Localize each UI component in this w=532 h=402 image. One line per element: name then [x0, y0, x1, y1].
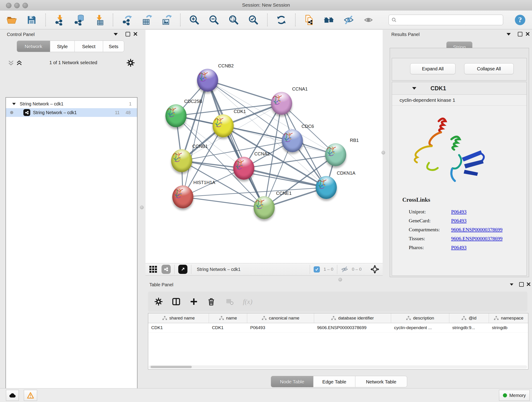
right-splitter-handle[interactable]: [381, 151, 385, 154]
birds-eye-view-button[interactable]: [178, 265, 187, 274]
collapse-all-button[interactable]: Collapse All: [464, 63, 514, 74]
hide-selected-button[interactable]: [343, 14, 355, 26]
import-table-button[interactable]: [93, 14, 105, 26]
export-network-button[interactable]: [121, 14, 133, 26]
network-node-CCNB2[interactable]: [197, 69, 218, 92]
show-columns-icon[interactable]: [172, 297, 181, 306]
refresh-view-button[interactable]: [275, 14, 287, 26]
save-session-button[interactable]: [26, 14, 38, 26]
results-panel-close-icon[interactable]: [526, 32, 530, 36]
import-network-from-database-button[interactable]: [73, 14, 85, 26]
search-input[interactable]: [399, 17, 500, 23]
network-node-HIST1H1A[interactable]: [172, 185, 193, 208]
column-header-canonical-name[interactable]: canonical name: [247, 313, 314, 323]
control-panel-menu-icon[interactable]: [114, 33, 118, 36]
table-cell[interactable]: stringdb:9...: [449, 323, 489, 332]
toolbar-search[interactable]: [389, 15, 503, 25]
network-row[interactable]: String Network – cdk1 11 48: [6, 108, 137, 117]
expand-all-button[interactable]: Expand All: [410, 63, 456, 74]
automation-cloud-button[interactable]: [6, 390, 19, 401]
table-cell[interactable]: CDK1: [148, 323, 209, 332]
column-header-description[interactable]: description: [391, 313, 449, 323]
network-edges[interactable]: [146, 30, 383, 263]
column-header-name[interactable]: name: [209, 313, 247, 323]
table-panel-float-icon[interactable]: [519, 282, 524, 287]
table-cell[interactable]: cyclin-dependent ...: [391, 323, 449, 332]
zoom-in-button[interactable]: [188, 14, 200, 26]
crosslink-link[interactable]: P06493: [451, 245, 467, 250]
network-node-CCNA2[interactable]: [233, 157, 254, 180]
table-cell[interactable]: stringdb: [489, 323, 528, 332]
crosslink-link[interactable]: 9606.ENSP00000378699: [451, 236, 502, 242]
help-button[interactable]: ?: [514, 14, 526, 26]
column-header-shared-name[interactable]: shared name: [148, 313, 209, 323]
export-image-button[interactable]: [160, 14, 172, 26]
expand-all-icon[interactable]: [16, 60, 22, 66]
tab-select[interactable]: Select: [75, 41, 103, 52]
task-warning-button[interactable]: [24, 390, 37, 401]
network-node-CDK1[interactable]: [213, 114, 234, 137]
edge-CCNB2-HIST1H1A[interactable]: [183, 80, 208, 197]
zoom-selected-button[interactable]: [247, 14, 259, 26]
table-panel-close-icon[interactable]: [526, 282, 531, 286]
export-table-button[interactable]: [141, 14, 152, 26]
results-panel-float-icon[interactable]: [518, 32, 522, 36]
table-hscrollbar[interactable]: [149, 365, 527, 369]
add-column-icon[interactable]: [190, 298, 198, 306]
network-options-gear-icon[interactable]: [127, 59, 135, 67]
protein-collapse-icon[interactable]: [412, 87, 416, 89]
table-panel-menu-icon[interactable]: [510, 283, 513, 286]
protein-card-header[interactable]: CDK1: [392, 82, 526, 95]
results-panel-menu-icon[interactable]: [507, 33, 511, 36]
crosslink-link[interactable]: P06493: [451, 218, 467, 224]
crosslink-link[interactable]: P06493: [451, 209, 467, 215]
network-node-CCNB1[interactable]: [171, 149, 192, 172]
tab-style[interactable]: Style: [50, 41, 75, 52]
column-header-database-identifier[interactable]: database identifier: [314, 313, 391, 323]
network-node-CCNA1[interactable]: [271, 92, 292, 115]
pan-crosshair-icon[interactable]: [370, 265, 380, 274]
network-node-RB1[interactable]: [325, 143, 346, 166]
control-panel-float-icon[interactable]: [126, 32, 130, 36]
tab-node-table[interactable]: Node Table: [271, 376, 313, 387]
zoom-out-button[interactable]: [208, 14, 220, 26]
open-session-button[interactable]: [6, 14, 18, 26]
network-node-CCNE1[interactable]: [254, 196, 275, 219]
import-network-button[interactable]: [54, 14, 65, 26]
hscrollbar-thumb[interactable]: [151, 366, 192, 368]
control-panel-close-icon[interactable]: [133, 32, 138, 36]
tab-sets[interactable]: Sets: [103, 41, 124, 52]
network-canvas[interactable]: CCNB2CCNA1CDC25BCDK1CDC6RB1CCNB1CCNA2CDK…: [146, 30, 383, 263]
tab-edge-table[interactable]: Edge Table: [313, 376, 355, 387]
tab-network[interactable]: Network: [17, 41, 50, 52]
table-cell[interactable]: P06493: [247, 323, 314, 332]
grid-view-icon[interactable]: [149, 265, 158, 274]
left-splitter-handle[interactable]: [140, 206, 144, 209]
network-collection-row[interactable]: String Network – cdk1 1: [6, 99, 137, 108]
edge-CCNB2-CCNE1[interactable]: [208, 80, 264, 208]
column-header-namespace[interactable]: namespace: [489, 313, 528, 323]
table-row[interactable]: CDK1CDK1P064939606.ENSP00000378699cyclin…: [148, 323, 528, 332]
selected-checkbox-icon[interactable]: [314, 266, 320, 273]
hidden-eye-slash-icon[interactable]: [341, 266, 348, 273]
network-icon-button[interactable]: [162, 265, 171, 274]
memory-button[interactable]: Memory: [499, 390, 530, 401]
table-gear-icon[interactable]: [154, 298, 163, 306]
collection-expand-icon[interactable]: [12, 103, 16, 105]
tab-network-table[interactable]: Network Table: [355, 376, 407, 387]
network-node-CDC6[interactable]: [282, 129, 303, 152]
zoom-fit-button[interactable]: [228, 14, 240, 26]
bottom-splitter-handle[interactable]: [338, 278, 342, 281]
table-cell[interactable]: 9606.ENSP00000378699: [314, 323, 391, 332]
delete-column-icon[interactable]: [207, 298, 215, 306]
collapse-all-icon[interactable]: [8, 60, 14, 66]
network-node-CDKN1A[interactable]: [316, 176, 337, 199]
edge-CCNB2-CCNA1[interactable]: [208, 80, 282, 103]
network-node-CDC25B[interactable]: [165, 104, 186, 127]
crosslink-link[interactable]: 9606.ENSP00000378699: [451, 227, 502, 233]
table-cell[interactable]: CDK1: [209, 323, 247, 332]
clone-network-button[interactable]: [303, 14, 315, 26]
first-neighbors-button[interactable]: [323, 14, 335, 26]
edge-HIST1H1A-CCNE1[interactable]: [183, 197, 264, 208]
show-all-button[interactable]: [362, 14, 374, 26]
